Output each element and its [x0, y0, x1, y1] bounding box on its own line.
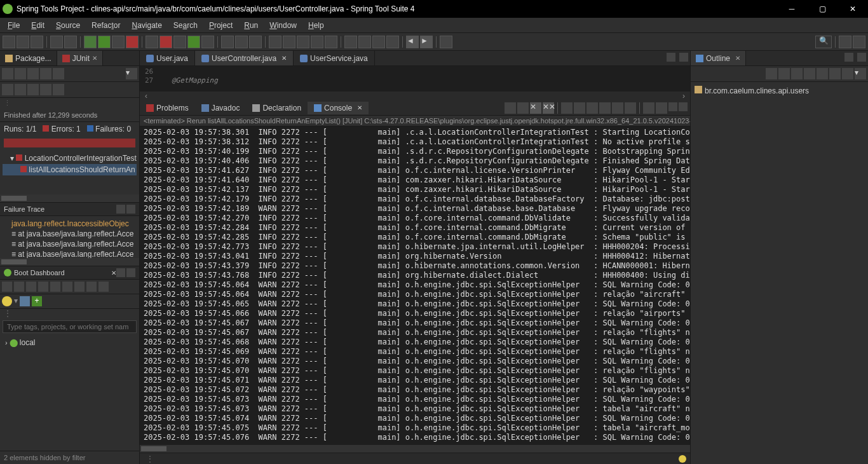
min-icon[interactable] [668, 102, 677, 111]
menu-project[interactable]: Project [204, 20, 238, 31]
junit-history-icon[interactable] [40, 68, 51, 79]
tab-outline[interactable]: Outline✕ [691, 51, 746, 65]
boot-browser-icon[interactable] [50, 282, 60, 292]
boot-local-node[interactable]: › ⬤ local [0, 336, 139, 350]
tab-junit[interactable]: JUnit✕ [57, 51, 103, 65]
junit-rerun-icon[interactable] [2, 68, 13, 79]
tb-icon[interactable] [358, 36, 371, 48]
open-resource-icon[interactable] [221, 36, 234, 48]
outline-hide-static-icon[interactable] [791, 68, 803, 79]
save-all-icon[interactable] [31, 36, 43, 48]
boot-start-icon[interactable] [2, 282, 12, 292]
console-open-icon[interactable] [643, 102, 654, 114]
console-clear-icon[interactable] [561, 102, 573, 114]
tab-javadoc[interactable]: Javadoc [195, 102, 247, 114]
open-task-icon[interactable] [64, 36, 77, 48]
tab-package-explorer[interactable]: Package... [0, 51, 57, 65]
menu-source[interactable]: Source [51, 20, 85, 31]
tb-icon[interactable] [344, 36, 357, 48]
add-icon[interactable]: + [32, 296, 42, 306]
minimize-button[interactable]: ─ [779, 1, 804, 17]
back-icon[interactable]: ◄ [406, 36, 419, 48]
console-output[interactable]: 2025-02-03 19:57:38.301 INFO 2272 --- [ … [140, 126, 690, 445]
quick-access-icon[interactable]: 🔍 [815, 36, 832, 48]
stop-icon[interactable] [159, 36, 172, 48]
junit-collapse-icon[interactable] [40, 84, 51, 95]
toggle-mark-icon[interactable] [249, 36, 262, 48]
console-show-std-icon[interactable] [612, 102, 623, 114]
console-terminate-icon[interactable] [505, 102, 516, 114]
tb-icon[interactable] [372, 36, 385, 48]
outline-hide-nonpublic-icon[interactable] [804, 68, 815, 79]
run-icon[interactable] [98, 36, 111, 48]
editor-scrollbar[interactable]: ‹› [140, 92, 690, 100]
tb-icon[interactable] [311, 36, 323, 48]
console-pin-icon[interactable] [599, 102, 611, 114]
max-icon[interactable] [857, 53, 866, 62]
menu-help[interactable]: Help [303, 20, 329, 31]
max-icon[interactable] [679, 53, 688, 62]
boot-console-icon[interactable] [62, 282, 72, 292]
new-package-icon[interactable] [201, 36, 214, 48]
junit-pin-icon[interactable] [53, 68, 64, 79]
junit-menu-icon[interactable]: ▾ [126, 68, 137, 79]
console-scroll-lock-icon[interactable] [574, 102, 585, 114]
console-select-icon[interactable] [656, 102, 667, 114]
debug-icon[interactable] [84, 36, 97, 48]
junit-stop-icon[interactable] [27, 68, 39, 79]
search-icon[interactable] [235, 36, 248, 48]
junit-next-icon[interactable] [2, 84, 13, 95]
scrollbar-horizontal[interactable] [0, 194, 139, 202]
new-icon[interactable] [3, 36, 15, 48]
close-icon[interactable]: ✕ [111, 270, 116, 276]
menu-run[interactable]: Run [239, 20, 263, 31]
max-icon[interactable] [126, 268, 135, 277]
tab-declaration[interactable]: Declaration [246, 102, 308, 114]
close-icon[interactable]: ✕ [281, 55, 287, 62]
trace-line[interactable]: ≡ at java.base/java.lang.reflect.Acce [3, 229, 137, 239]
perspective-java-icon[interactable] [839, 36, 851, 48]
boot-stop-icon[interactable] [26, 282, 36, 292]
console-remove-icon[interactable] [517, 102, 529, 114]
max-icon[interactable] [679, 102, 688, 111]
overflow-icon[interactable]: ⋮ [144, 454, 157, 463]
outline-menu-icon[interactable]: ▾ [855, 68, 866, 79]
relaunch-icon[interactable] [146, 36, 158, 48]
junit-prev-icon[interactable] [15, 84, 26, 95]
boot-refresh-icon[interactable] [74, 282, 85, 292]
pin-icon[interactable] [440, 36, 452, 48]
filter-icon[interactable] [20, 296, 30, 306]
tb-icon[interactable] [283, 36, 295, 48]
filter-icon[interactable] [126, 205, 135, 214]
tb-icon[interactable] [325, 36, 337, 48]
min-icon[interactable] [116, 268, 125, 277]
console-scrollbar[interactable] [140, 445, 690, 453]
close-icon[interactable]: ✕ [357, 104, 362, 111]
scrollbar-horizontal[interactable] [0, 258, 139, 266]
tb-icon[interactable] [297, 36, 309, 48]
test-method-node[interactable]: listAllLocationsShouldReturnAn [3, 164, 137, 175]
boot-open-icon[interactable] [38, 282, 48, 292]
trace-line[interactable]: ≡ at java.base/java.lang.reflect.Acce [3, 239, 137, 249]
menu-search[interactable]: Search [168, 20, 203, 31]
new-java-icon[interactable] [173, 36, 186, 48]
test-class-node[interactable]: ▾ LocationControllerIntegrationTest [3, 153, 137, 164]
new-class-icon[interactable] [187, 36, 200, 48]
min-icon[interactable] [844, 53, 853, 62]
boot-config-icon[interactable] [98, 282, 109, 292]
close-icon[interactable]: ✕ [92, 55, 97, 62]
coverage-icon[interactable] [112, 36, 125, 48]
console-display-icon[interactable] [625, 102, 636, 114]
outline-sort-icon[interactable] [766, 68, 777, 79]
editor-tab-user[interactable]: User.java [140, 51, 195, 65]
trace-line[interactable]: java.lang.reflect.InaccessibleObjec [3, 219, 137, 229]
perspective-debug-icon[interactable] [853, 36, 865, 48]
boot-link-icon[interactable] [86, 282, 97, 292]
editor-tab-userservice[interactable]: UserService.java [294, 51, 375, 65]
menu-file[interactable]: File [3, 20, 25, 31]
close-icon[interactable]: ✕ [735, 55, 740, 62]
menu-edit[interactable]: Edit [26, 20, 50, 31]
trace-line[interactable]: ≡ at java.base/java.lang.reflect.Acce [3, 249, 137, 258]
compare-icon[interactable] [116, 205, 125, 214]
tb-icon[interactable] [269, 36, 281, 48]
